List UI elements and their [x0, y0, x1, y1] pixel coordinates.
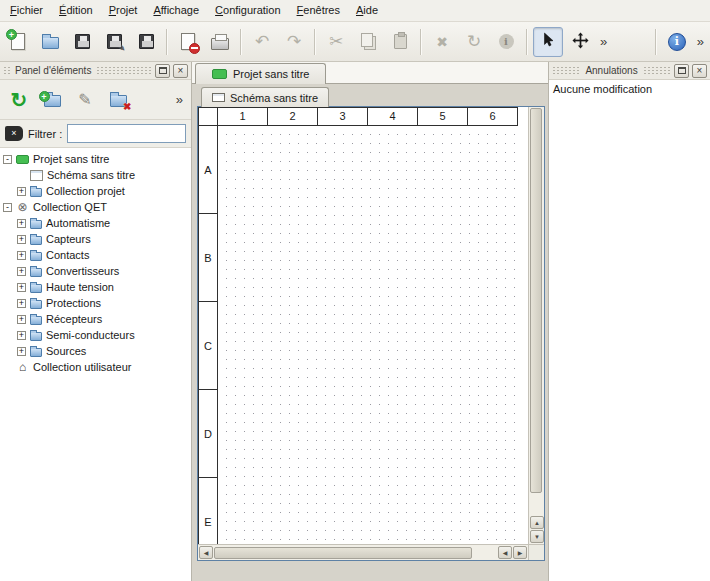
dock-grip[interactable]: [96, 66, 152, 75]
horizontal-scrollbar-thumb[interactable]: [214, 547, 472, 559]
tree-expander-icon[interactable]: -: [3, 203, 12, 212]
ruler-column-label: 5: [418, 108, 468, 126]
undo-panel: Annulations × Aucune modification: [548, 62, 710, 581]
vertical-scrollbar[interactable]: ▲ ▼: [528, 107, 544, 544]
tree-expander-icon[interactable]: +: [17, 187, 26, 196]
scroll-left-button-alt[interactable]: ◀: [498, 546, 512, 559]
scroll-up-button[interactable]: ▲: [530, 516, 544, 529]
print-button[interactable]: [205, 27, 235, 57]
undo-list[interactable]: Aucune modification: [549, 80, 710, 581]
tree-item[interactable]: +Haute tension: [0, 279, 191, 295]
close-panel-button[interactable]: ×: [173, 64, 188, 78]
toolbar-overflow-chevron-icon[interactable]: »: [694, 34, 707, 49]
tree-item[interactable]: +Contacts: [0, 247, 191, 263]
redo-button[interactable]: ↷: [279, 27, 309, 57]
tree-expander-icon[interactable]: +: [17, 347, 26, 356]
save-button[interactable]: [67, 27, 97, 57]
elements-overflow-chevron-icon[interactable]: »: [173, 92, 186, 107]
elements-panel-title: Panel d'éléments: [13, 65, 93, 76]
vertical-scrollbar-track[interactable]: [530, 494, 543, 515]
tree-item[interactable]: +Collection projet: [0, 183, 191, 199]
close-file-button[interactable]: [173, 27, 203, 57]
tree-item[interactable]: +Protections: [0, 295, 191, 311]
pencil-icon: ✎: [78, 92, 91, 108]
menu-item[interactable]: Édition: [51, 0, 101, 21]
menu-item[interactable]: Aide: [348, 0, 386, 21]
menu-item[interactable]: Fenêtres: [289, 0, 348, 21]
clear-filter-icon[interactable]: ×: [5, 126, 23, 141]
element-info-button[interactable]: i: [491, 27, 521, 57]
tree-expander-icon[interactable]: +: [17, 315, 26, 324]
reload-collections-button[interactable]: ↻: [5, 86, 33, 114]
tree-item[interactable]: Schéma sans titre: [0, 167, 191, 183]
filter-row: × Filtrer :: [0, 120, 191, 148]
tree-item[interactable]: +Sources: [0, 343, 191, 359]
copy-button[interactable]: [353, 27, 383, 57]
tree-expander-icon[interactable]: +: [17, 299, 26, 308]
elements-tree: -Projet sans titreSchéma sans titre+Coll…: [0, 148, 191, 581]
about-info-button[interactable]: i: [662, 27, 692, 57]
tree-expander-icon[interactable]: +: [17, 219, 26, 228]
tree-expander-icon[interactable]: -: [3, 155, 12, 164]
tree-item[interactable]: ⌂Collection utilisateur: [0, 359, 191, 375]
pencil-badge-icon: ✎: [117, 43, 125, 52]
menu-item[interactable]: Fichier: [2, 0, 51, 21]
print-icon: [211, 38, 229, 50]
tab-project[interactable]: Projet sans titre: [195, 63, 326, 84]
scroll-left-button[interactable]: ◀: [199, 546, 213, 559]
tree-item[interactable]: +Semi-conducteurs: [0, 327, 191, 343]
no-entry-badge-icon: [189, 43, 200, 54]
tree-item[interactable]: -⊗Collection QET: [0, 199, 191, 215]
delete-button[interactable]: ✖: [427, 27, 457, 57]
vertical-scrollbar-thumb[interactable]: [530, 108, 542, 493]
menu-item[interactable]: Projet: [101, 0, 146, 21]
edit-element-button[interactable]: ✎: [71, 86, 99, 114]
tree-expander-icon[interactable]: +: [17, 267, 26, 276]
dock-grip[interactable]: [3, 66, 10, 75]
select-tool-button[interactable]: [533, 27, 563, 57]
cut-button[interactable]: ✂: [321, 27, 351, 57]
schema-tab-label: Schéma sans titre: [230, 92, 318, 104]
save-all-button[interactable]: [131, 27, 161, 57]
diagram-grid[interactable]: [218, 126, 518, 544]
scroll-down-button[interactable]: ▼: [530, 530, 544, 543]
ruler-column-label: 6: [468, 108, 518, 126]
folder-icon: [30, 316, 42, 325]
scroll-right-button[interactable]: ▶: [513, 546, 527, 559]
float-panel-button[interactable]: [674, 64, 689, 78]
column-ruler: 123456: [199, 108, 518, 126]
tree-expander-icon[interactable]: +: [17, 251, 26, 260]
menu-item[interactable]: Affichage: [145, 0, 207, 21]
tree-item[interactable]: +Convertisseurs: [0, 263, 191, 279]
move-tool-button[interactable]: [565, 27, 595, 57]
filter-input[interactable]: [67, 124, 186, 143]
rotate-button[interactable]: ↻: [459, 27, 489, 57]
float-panel-button[interactable]: [155, 64, 170, 78]
delete-element-button[interactable]: ✖: [104, 86, 132, 114]
tree-item[interactable]: +Capteurs: [0, 231, 191, 247]
dock-grip[interactable]: [552, 66, 580, 75]
tree-item-label: Collection QET: [33, 201, 107, 213]
dock-grip[interactable]: [643, 66, 671, 75]
diagram-view[interactable]: 123456 ABCDE: [198, 107, 528, 544]
save-as-button[interactable]: ✎: [99, 27, 129, 57]
toolbar-overflow-chevron-icon[interactable]: »: [597, 34, 610, 49]
tab-schema[interactable]: Schéma sans titre: [201, 87, 329, 107]
undo-button[interactable]: ↶: [247, 27, 277, 57]
close-panel-button[interactable]: ×: [692, 64, 707, 78]
schema-icon: [212, 93, 225, 102]
save-as-icon: ✎: [107, 34, 122, 49]
tree-expander-icon[interactable]: +: [17, 283, 26, 292]
new-file-button[interactable]: +: [3, 27, 33, 57]
tree-item[interactable]: -Projet sans titre: [0, 151, 191, 167]
tree-item-label: Projet sans titre: [33, 153, 109, 165]
tree-expander-icon[interactable]: +: [17, 331, 26, 340]
tree-item[interactable]: +Automatisme: [0, 215, 191, 231]
paste-button[interactable]: [385, 27, 415, 57]
menu-item[interactable]: Configuration: [207, 0, 288, 21]
horizontal-scrollbar[interactable]: ◀ ◀ ▶: [198, 545, 528, 560]
open-file-button[interactable]: [35, 27, 65, 57]
new-element-button[interactable]: +: [38, 86, 66, 114]
tree-expander-icon[interactable]: +: [17, 235, 26, 244]
tree-item[interactable]: +Récepteurs: [0, 311, 191, 327]
